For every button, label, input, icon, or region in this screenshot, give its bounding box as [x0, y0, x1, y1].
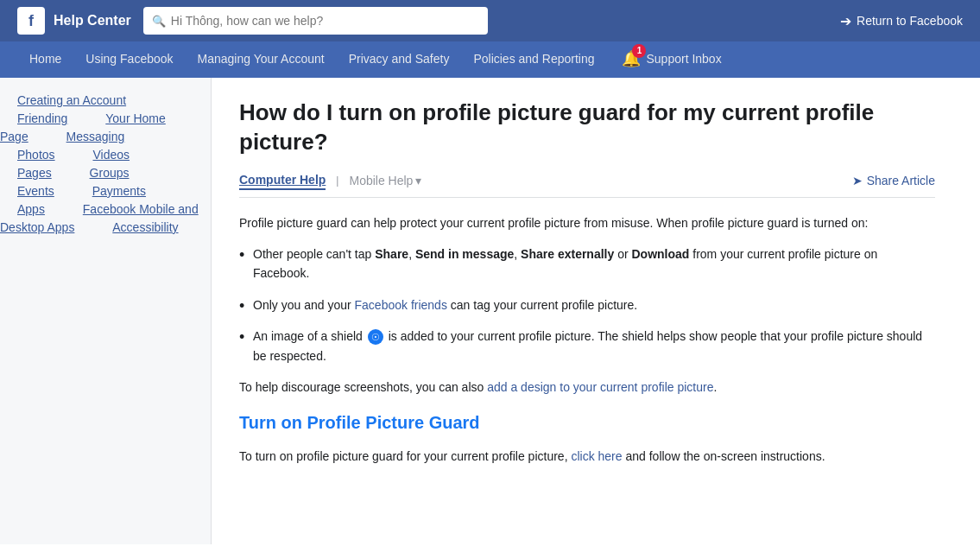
- nav-item-using-facebook[interactable]: Using Facebook: [73, 41, 185, 78]
- bullet-1: Other people can't tap Share, Send in me…: [239, 245, 935, 283]
- nav-item-managing-account[interactable]: Managing Your Account: [186, 41, 337, 78]
- sidebar-item-accessibility[interactable]: Accessibility: [95, 215, 195, 239]
- logo-text: Help Center: [54, 13, 131, 29]
- screenshot-paragraph: To help discourage screenshots, you can …: [239, 378, 935, 397]
- article-content: How do I turn on profile picture guard f…: [212, 78, 963, 544]
- article-intro: Profile picture guard can help protect y…: [239, 213, 935, 232]
- return-icon: ➔: [840, 13, 851, 29]
- add-design-link[interactable]: add a design to your current profile pic…: [487, 380, 713, 394]
- sidebar: Creating an Account Friending Your Home …: [0, 78, 212, 544]
- facebook-icon: f: [17, 7, 45, 35]
- section-title: Turn on Profile Picture Guard: [239, 409, 935, 436]
- support-inbox-label: Support Inbox: [646, 52, 721, 66]
- search-input[interactable]: [171, 14, 480, 28]
- nav-bar: Home Using Facebook Managing Your Accoun…: [0, 41, 980, 78]
- section-body: To turn on profile picture guard for you…: [239, 447, 935, 466]
- search-icon: 🔍: [152, 15, 166, 28]
- tabs-left: Computer Help | Mobile Help ▾: [239, 171, 421, 190]
- main-layout: Creating an Account Friending Your Home …: [0, 78, 980, 544]
- article-body: Profile picture guard can help protect y…: [239, 213, 935, 467]
- article-title: How do I turn on profile picture guard f…: [239, 98, 935, 157]
- return-label: Return to Facebook: [857, 14, 963, 28]
- notification-badge: 1: [632, 44, 646, 58]
- tab-separator: |: [336, 175, 338, 187]
- tab-computer-help[interactable]: Computer Help: [239, 171, 326, 190]
- notification-icon-wrap: 🔔 1: [622, 49, 641, 68]
- share-article-button[interactable]: ➤ Share Article: [852, 174, 935, 187]
- bullet-2: Only you and your Facebook friends can t…: [239, 295, 935, 314]
- bullet-3: An image of a shield ☉ is added to your …: [239, 327, 935, 365]
- header: f Help Center 🔍 ➔ Return to Facebook: [0, 0, 980, 41]
- click-here-link[interactable]: click here: [571, 449, 622, 463]
- logo-link[interactable]: f Help Center: [17, 7, 131, 35]
- shield-badge-icon: ☉: [368, 329, 383, 345]
- share-icon: ➤: [852, 174, 863, 187]
- article-tabs: Computer Help | Mobile Help ▾ ➤ Share Ar…: [239, 171, 935, 198]
- nav-item-support-inbox[interactable]: 🔔 1 Support Inbox: [610, 41, 733, 78]
- facebook-friends-link[interactable]: Facebook friends: [355, 298, 447, 312]
- search-bar: 🔍: [143, 7, 489, 35]
- return-to-facebook-link[interactable]: ➔ Return to Facebook: [840, 13, 963, 29]
- chevron-down-icon: ▾: [415, 174, 421, 187]
- nav-item-policies-reporting[interactable]: Policies and Reporting: [461, 41, 606, 78]
- nav-item-privacy-safety[interactable]: Privacy and Safety: [337, 41, 462, 78]
- tab-mobile-help[interactable]: Mobile Help ▾: [349, 174, 421, 187]
- article-bullets: Other people can't tap Share, Send in me…: [239, 245, 935, 365]
- nav-item-home[interactable]: Home: [17, 41, 73, 78]
